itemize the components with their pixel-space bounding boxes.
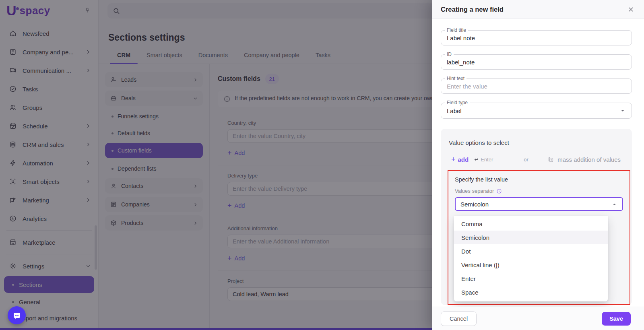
field-title-label: Field title	[445, 27, 468, 33]
field-title-field[interactable]: Field title Label note	[441, 30, 632, 45]
field-type-label: Field type	[445, 100, 470, 105]
dropdown-option-enter[interactable]: Enter	[454, 272, 608, 285]
dropdown-option-space[interactable]: Space	[454, 285, 608, 299]
enter-key-hint: Enter	[473, 157, 493, 163]
field-type-value: Label	[447, 107, 462, 114]
field-title-value: Label note	[447, 35, 475, 41]
dropdown-option-dot[interactable]: Dot	[454, 244, 608, 258]
value-options-heading: Value options to select	[441, 139, 632, 146]
list-value-heading: Specify the list value	[455, 176, 623, 183]
screen: U spacy Newsfeed Company and pe...	[0, 0, 644, 330]
values-separator-value: Semicolon	[460, 201, 489, 208]
save-button[interactable]: Save	[602, 312, 631, 326]
mass-addition-button[interactable]: mass addition of values	[547, 156, 621, 163]
hint-text-placeholder: Enter the value	[447, 83, 487, 90]
hint-text-field[interactable]: Hint text Enter the value	[441, 78, 632, 94]
chat-bubble-icon	[12, 311, 22, 320]
id-label: ID	[445, 52, 454, 57]
dropdown-option-comma[interactable]: Comma	[454, 217, 608, 231]
caret-down-icon	[619, 107, 626, 114]
creating-new-field-modal: Creating a new field Field title Label n…	[432, 0, 644, 330]
values-separator-select[interactable]: Semicolon	[455, 197, 623, 211]
hint-text-label: Hint text	[445, 76, 466, 81]
highlight-annotation-box: Specify the list value Values separator …	[448, 170, 630, 305]
info-icon	[496, 188, 502, 194]
add-option-button[interactable]: + add	[451, 156, 469, 163]
caret-up-icon	[611, 201, 617, 207]
chat-launcher-button[interactable]	[8, 306, 26, 324]
values-separator-row: Values separator	[455, 188, 623, 194]
values-separator-label: Values separator	[455, 188, 494, 194]
mass-addition-label: mass addition of values	[557, 156, 621, 163]
modal-footer: Cancel Save	[432, 307, 644, 330]
field-type-select[interactable]: Field type Label	[441, 103, 632, 119]
value-options-actions: + add Enter or mass addition of values	[441, 156, 632, 163]
clipboard-text-icon	[547, 156, 554, 163]
id-field[interactable]: ID label_note	[441, 54, 632, 70]
plus-icon: +	[451, 156, 456, 163]
enter-hint-label: Enter	[481, 157, 493, 163]
id-value: label_note	[447, 59, 475, 66]
cancel-button[interactable]: Cancel	[441, 311, 477, 326]
modal-header: Creating a new field	[432, 0, 644, 19]
close-icon[interactable]	[627, 6, 634, 13]
modal-body: Field title Label note ID label_note Hin…	[432, 19, 644, 307]
modal-title: Creating a new field	[441, 6, 504, 13]
separator-dropdown-menu: Comma Semicolon Dot Vertical line (|) En…	[454, 216, 608, 301]
value-options-panel: Value options to select + add Enter or m…	[441, 129, 632, 305]
or-label: or	[524, 157, 528, 163]
dropdown-option-vertical-line[interactable]: Vertical line (|)	[454, 258, 608, 272]
return-arrow-icon	[473, 157, 479, 162]
add-option-label: add	[458, 156, 469, 163]
dropdown-option-semicolon[interactable]: Semicolon	[454, 231, 608, 244]
